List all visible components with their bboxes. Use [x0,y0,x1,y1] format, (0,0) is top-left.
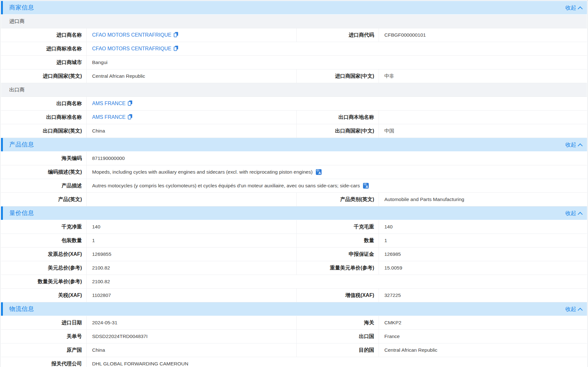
field-label: 进口商国家(英文) [1,69,87,83]
field-label-text: 出口商标准名称 [46,114,82,121]
field-label-text: 数量 [364,237,374,244]
collapse-button[interactable]: 收起 [565,138,582,151]
table-row: 报关代理公司DHL GLOBAL FORWARDING CAMEROUN [1,357,587,367]
copy-icon[interactable] [174,32,178,39]
field-label: 进口日期 [1,316,87,329]
chevron-up-icon [578,212,583,217]
table-row: 进口商城市Bangui [1,56,587,69]
field-value-text: DHL GLOBAL FORWARDING CAMEROUN [92,361,188,367]
field-value-text: Bangui [92,60,107,65]
field-value: 15.0059 [379,261,587,275]
field-label-text: 进口商代码 [349,32,374,39]
copy-icon[interactable] [128,100,133,107]
field-label: 千克毛重 [297,220,379,234]
field-label-text: 原产国 [67,347,82,354]
copy-icon[interactable] [128,114,133,121]
company-link[interactable]: CFAO MOTORS CENTRAFRIQUE [92,32,171,38]
field-label: 进口商标准名称 [1,42,87,55]
field-value-text: CMKP2 [384,320,401,326]
field-value: 中非 [379,69,587,83]
field-value: France [379,330,587,343]
field-label: 产品(英文) [1,193,87,206]
field-value-text: 140 [92,224,100,230]
field-label-text: 千克毛重 [354,224,374,230]
field-label-text: 出口商国家(中文) [335,128,374,134]
field-label-text: 发票总价(XAF) [48,251,82,258]
field-value-text: Automobile and Parts Manufacturing [384,197,464,202]
field-label: 千克净重 [1,220,87,234]
field-label: 申报保证金 [297,248,379,261]
collapse-button[interactable]: 收起 [565,206,582,220]
field-label-text: 增值税(XAF) [345,292,374,299]
field-value-text: 2024-05-31 [92,320,117,326]
company-link[interactable]: AMS FRANCE [92,114,126,120]
product-info-header: 产品信息收起 [1,138,587,151]
quantity-price-info-header: 量价信息收起 [1,206,587,220]
table-row: 关税(XAF)1102807增值税(XAF)327225 [1,289,587,302]
collapse-button[interactable]: 收起 [565,1,582,14]
field-label-text: 进口商国家(中文) [335,73,374,80]
section-accent-bar [1,1,3,14]
field-label: 编码描述(英文) [1,165,87,179]
table-row: 千克净重140千克毛重140 [1,220,587,234]
table-row: 出口商标准名称AMS FRANCE出口商本地名称 [1,111,587,124]
field-value-text: 中国 [384,128,394,134]
translate-icon[interactable]: 中A [316,169,322,175]
field-label-text: 产品(英文) [58,196,82,203]
subsection-label: 出口商 [9,87,25,93]
field-label-text: 重量美元单价(参考) [330,265,374,271]
chevron-up-icon [578,143,583,148]
table-row: 进口日期2024-05-31海关CMKP2 [1,316,587,330]
field-value-text: 1269855 [92,251,111,257]
field-value-text: 1102807 [92,292,111,298]
field-label: 产品描述 [1,179,87,192]
field-value-text: 871190000000 [92,155,125,161]
table-row: 美元总价(参考)2100.82重量美元单价(参考)15.0059 [1,261,587,275]
collapse-button[interactable]: 收起 [565,302,582,316]
field-value: DHL GLOBAL FORWARDING CAMEROUN [87,357,587,367]
field-label: 包装数量 [1,234,87,247]
translate-icon-a-glyph: A [366,185,368,189]
field-value: Mopeds, including cycles with auxiliary … [87,165,587,179]
field-value: AMS FRANCE [87,97,587,110]
table-row: 包装数量1数量1 [1,234,587,248]
field-label-text: 包装数量 [62,237,82,244]
field-label-text: 进口日期 [62,320,82,326]
field-value: AMS FRANCE [87,111,297,124]
field-value: Automobile and Parts Manufacturing [379,193,587,206]
field-value-text: 1 [92,238,95,243]
chevron-up-icon [578,6,583,11]
field-label: 增值税(XAF) [297,289,379,302]
field-label: 出口商国家(英文) [1,124,87,138]
field-value: 中国 [379,124,587,138]
field-value-text: China [92,128,105,134]
field-value: 2024-05-31 [87,316,297,329]
table-row: 关单号SDSD22024TRD004837I出口国France [1,330,587,343]
table-row: 出口商名称AMS FRANCE [1,97,587,111]
table-row: 产品(英文)产品类别(英文)Automobile and Parts Manuf… [1,193,587,206]
field-label: 数量 [297,234,379,247]
field-label: 出口商名称 [1,97,87,110]
logistics-info-title: 物流信息 [1,305,34,313]
section-accent-bar [1,138,3,151]
company-link[interactable]: CFAO MOTORS CENTRAFRIQUE [92,46,171,52]
field-value: Autres motocycles (y compris les cyclomo… [87,179,587,192]
field-label: 进口商国家(中文) [297,69,379,83]
field-label-text: 千克净重 [62,224,82,230]
field-value: 1 [379,234,587,247]
field-label: 海关 [297,316,379,329]
table-row: 出口商国家(英文)China出口商国家(中文)中国 [1,124,587,138]
field-value-text: SDSD22024TRD004837I [92,334,148,339]
translate-icon[interactable]: 中A [363,183,369,189]
translate-icon-a-glyph: A [318,171,321,175]
copy-icon[interactable] [174,46,178,52]
field-label-text: 数量美元单价(参考) [38,278,82,285]
field-label-text: 美元总价(参考) [48,265,82,271]
collapse-label: 收起 [565,4,576,11]
field-value-text: Mopeds, including cycles with auxiliary … [92,169,313,175]
company-link[interactable]: AMS FRANCE [92,101,126,106]
field-value-text: 1 [384,238,387,243]
table-row: 海关编码871190000000 [1,152,587,165]
collapse-label: 收起 [565,210,576,217]
merchant-info-title: 商家信息 [1,4,34,12]
